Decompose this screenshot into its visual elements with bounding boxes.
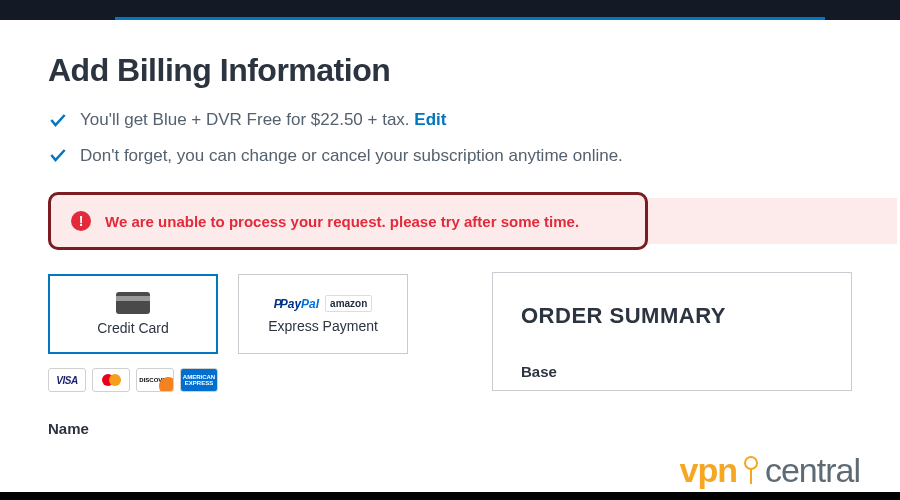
page-title: Add Billing Information bbox=[48, 52, 852, 89]
pin-icon bbox=[743, 456, 759, 486]
visa-logo: VISA bbox=[48, 368, 86, 392]
payment-method-label: Express Payment bbox=[268, 318, 378, 334]
name-field-label: Name bbox=[48, 420, 408, 437]
checkmark-icon bbox=[48, 110, 68, 130]
order-summary-panel: ORDER SUMMARY Base bbox=[492, 272, 852, 391]
info-bullet: Don't forget, you can change or cancel y… bbox=[48, 143, 852, 169]
amex-logo: AMERICANEXPRESS bbox=[180, 368, 218, 392]
order-summary-title: ORDER SUMMARY bbox=[521, 303, 823, 329]
payment-method-label: Credit Card bbox=[97, 320, 169, 336]
discover-logo: DISCOVER bbox=[136, 368, 174, 392]
payment-method-express[interactable]: PPayPal amazon Express Payment bbox=[238, 274, 408, 354]
checkmark-icon bbox=[48, 145, 68, 165]
edit-link[interactable]: Edit bbox=[414, 110, 446, 129]
order-summary-base-label: Base bbox=[521, 363, 823, 380]
mastercard-logo bbox=[92, 368, 130, 392]
info-text: Don't forget, you can change or cancel y… bbox=[80, 143, 623, 169]
error-banner: ! We are unable to process your request.… bbox=[48, 192, 648, 250]
plan-bullet: You'll get Blue + DVR Free for $22.50 + … bbox=[48, 107, 852, 133]
svg-point-0 bbox=[745, 457, 757, 469]
credit-card-icon bbox=[116, 292, 150, 314]
watermark: vpn central bbox=[679, 451, 860, 490]
top-nav-bar bbox=[0, 0, 900, 20]
accepted-cards: VISA DISCOVER AMERICANEXPRESS bbox=[48, 368, 408, 392]
error-icon: ! bbox=[71, 211, 91, 231]
plan-text: You'll get Blue + DVR Free for $22.50 + … bbox=[80, 110, 410, 129]
bottom-edge bbox=[0, 492, 900, 500]
error-message: We are unable to process your request. p… bbox=[105, 213, 579, 230]
payment-method-credit-card[interactable]: Credit Card bbox=[48, 274, 218, 354]
express-logos: PPayPal amazon bbox=[274, 294, 373, 312]
